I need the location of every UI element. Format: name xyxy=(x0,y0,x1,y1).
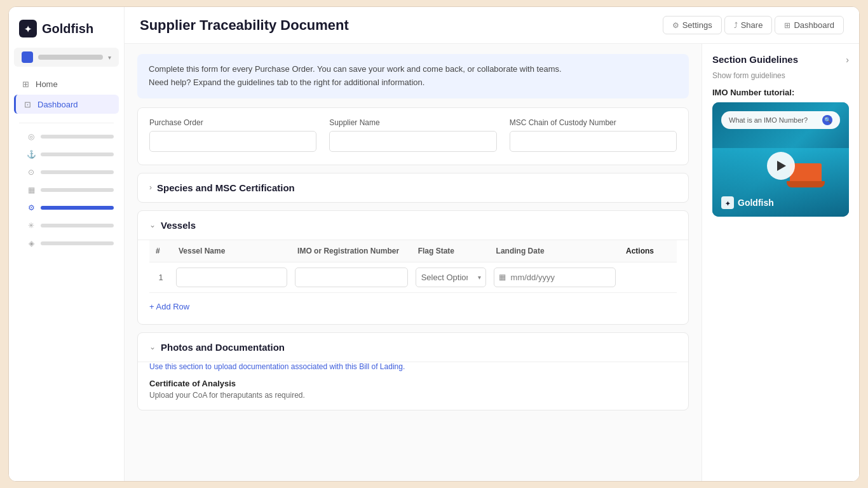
top-bar: Supplier Traceability Document ⚙ Setting… xyxy=(125,7,859,44)
supplier-name-label: Supplier Name xyxy=(329,118,496,127)
video-boat xyxy=(790,163,822,182)
vessel-name-cell xyxy=(172,262,291,292)
page-title: Supplier Traceability Document xyxy=(140,17,653,34)
sidebar-sub-items: ◎ ⚓ ⊙ ▦ ⚙ ✳ ◈ xyxy=(9,128,124,253)
photos-toggle-icon: ⌄ xyxy=(149,342,156,351)
app-logo: ✦ Goldfish xyxy=(9,7,124,48)
workspace-chevron-icon: ▾ xyxy=(108,54,111,61)
sub-label-bar-5 xyxy=(41,206,114,210)
app-name: Goldfish xyxy=(42,22,93,36)
video-logo-icon: ✦ xyxy=(721,196,734,209)
sidebar-sub-item-5[interactable]: ⚙ xyxy=(22,200,119,216)
show-guidelines-link[interactable]: Show form guidelines xyxy=(712,71,849,80)
settings-button[interactable]: ⚙ Settings xyxy=(663,16,722,34)
video-search-bar: What is an IMO Number? 🔍 xyxy=(721,111,840,129)
col-landing-date: Landing Date xyxy=(490,240,620,262)
right-panel: Section Guidelines › Show form guideline… xyxy=(702,44,859,481)
table-row: 1 xyxy=(149,262,677,292)
info-line1: Complete this form for every Purchase Or… xyxy=(149,63,677,76)
sub-label-bar-1 xyxy=(41,135,114,139)
dashboard-icon: ⊡ xyxy=(22,99,32,109)
supplier-name-input[interactable] xyxy=(329,131,496,152)
sidebar-sub-item-2[interactable]: ⚓ xyxy=(22,146,119,163)
sidebar-sub-item-1[interactable]: ◎ xyxy=(22,128,119,145)
imo-input[interactable] xyxy=(295,268,408,287)
fields-row: Purchase Order Supplier Name MSC Chain o… xyxy=(138,108,688,165)
share-button[interactable]: ⤴ Share xyxy=(724,16,773,34)
goldfish-logo-icon: ✦ xyxy=(19,20,37,37)
col-actions: Actions xyxy=(620,240,677,262)
info-banner: Complete this form for every Purchase Or… xyxy=(137,54,689,98)
vessels-table-header: # Vessel Name IMO or Registration Number… xyxy=(149,240,677,262)
msc-chain-group: MSC Chain of Custody Number xyxy=(510,118,677,152)
sub-label-bar-6 xyxy=(41,224,114,227)
workspace-name-bar xyxy=(38,55,103,60)
sidebar: ✦ Goldfish ▾ ⊞ Home ⊡ Dashboard ◎ xyxy=(9,7,125,481)
vessels-content: # Vessel Name IMO or Registration Number… xyxy=(138,240,688,324)
row-num: 1 xyxy=(149,262,172,292)
basic-fields-section: Purchase Order Supplier Name MSC Chain o… xyxy=(137,107,689,165)
workspace-selector[interactable]: ▾ xyxy=(14,48,119,67)
svg-text:✦: ✦ xyxy=(24,24,32,34)
video-search-icon: 🔍 xyxy=(822,115,832,125)
sub-label-bar-4 xyxy=(41,188,114,192)
nav-section: ⊞ Home ⊡ Dashboard xyxy=(9,72,124,118)
imo-tutorial-title: IMO Number tutorial: xyxy=(712,88,849,97)
sidebar-sub-item-6[interactable]: ✳ xyxy=(22,217,119,234)
settings-icon: ⚙ xyxy=(672,21,679,30)
share-icon: ⤴ xyxy=(734,21,738,30)
form-panel: Complete this form for every Purchase Or… xyxy=(125,44,702,481)
landing-date-input[interactable] xyxy=(494,268,616,287)
vessels-table: # Vessel Name IMO or Registration Number… xyxy=(149,240,677,293)
add-row-button[interactable]: + Add Row xyxy=(149,299,189,314)
photos-section: ⌄ Photos and Documentation Use this sect… xyxy=(137,332,689,410)
vessels-section-title: Vessels xyxy=(161,220,196,231)
photos-content: Use this section to upload documentation… xyxy=(138,362,688,410)
sidebar-sub-item-3[interactable]: ⊙ xyxy=(22,164,119,180)
info-line2: Need help? Expand the guidelines tab to … xyxy=(149,76,677,90)
species-section-title: Species and MSC Certification xyxy=(157,182,295,193)
flag-state-select[interactable]: Select Option xyxy=(416,268,486,287)
svg-text:✦: ✦ xyxy=(725,200,731,207)
vessels-section: ⌄ Vessels # Vessel Name IMO or Registrat… xyxy=(137,210,689,325)
sub-label-bar-3 xyxy=(41,170,114,174)
photos-description: Use this section to upload documentation… xyxy=(149,362,677,371)
msc-chain-input[interactable] xyxy=(510,131,677,152)
certificate-title: Certificate of Analysis xyxy=(149,379,677,388)
video-logo-text: Goldfish xyxy=(738,198,774,208)
guidelines-expand-icon[interactable]: › xyxy=(846,55,849,65)
photos-section-header[interactable]: ⌄ Photos and Documentation xyxy=(138,333,688,362)
video-play-button[interactable] xyxy=(767,152,795,180)
video-search-text: What is an IMO Number? xyxy=(729,116,808,124)
guidelines-title: Section Guidelines xyxy=(712,54,798,65)
sub-icon-5: ⚙ xyxy=(27,203,36,212)
vessel-name-input[interactable] xyxy=(176,268,287,287)
sidebar-item-home[interactable]: ⊞ Home xyxy=(14,74,119,93)
dashboard-button[interactable]: ⊞ Dashboard xyxy=(775,16,844,34)
imo-cell xyxy=(291,262,412,292)
landing-date-cell: ▦ xyxy=(490,262,620,292)
col-flag-state: Flag State xyxy=(412,240,490,262)
sidebar-item-dashboard[interactable]: ⊡ Dashboard xyxy=(14,95,119,114)
dashboard-label: Dashboard xyxy=(794,20,834,30)
home-icon: ⊞ xyxy=(20,79,31,89)
sub-icon-3: ⊙ xyxy=(27,168,36,177)
vessels-section-header[interactable]: ⌄ Vessels xyxy=(138,211,688,240)
play-triangle-icon xyxy=(777,161,786,171)
sidebar-sub-item-7[interactable]: ◈ xyxy=(22,235,119,252)
nav-home-label: Home xyxy=(36,79,58,89)
dashboard-toolbar-icon: ⊞ xyxy=(784,21,790,30)
actions-cell xyxy=(620,262,677,292)
sub-icon-2: ⚓ xyxy=(27,150,36,159)
nav-dashboard-label: Dashboard xyxy=(37,100,78,109)
add-row-label: + Add Row xyxy=(149,302,189,311)
sidebar-sub-item-4[interactable]: ▦ xyxy=(22,182,119,198)
species-section: › Species and MSC Certification xyxy=(137,173,689,203)
video-container: What is an IMO Number? 🔍 ✦ Goldfish xyxy=(712,102,849,217)
guidelines-header: Section Guidelines › xyxy=(712,54,849,65)
sub-label-bar-2 xyxy=(41,152,114,156)
species-section-header[interactable]: › Species and MSC Certification xyxy=(138,173,688,202)
main-content: Supplier Traceability Document ⚙ Setting… xyxy=(125,7,859,481)
sub-icon-1: ◎ xyxy=(27,132,36,141)
purchase-order-input[interactable] xyxy=(149,131,316,152)
